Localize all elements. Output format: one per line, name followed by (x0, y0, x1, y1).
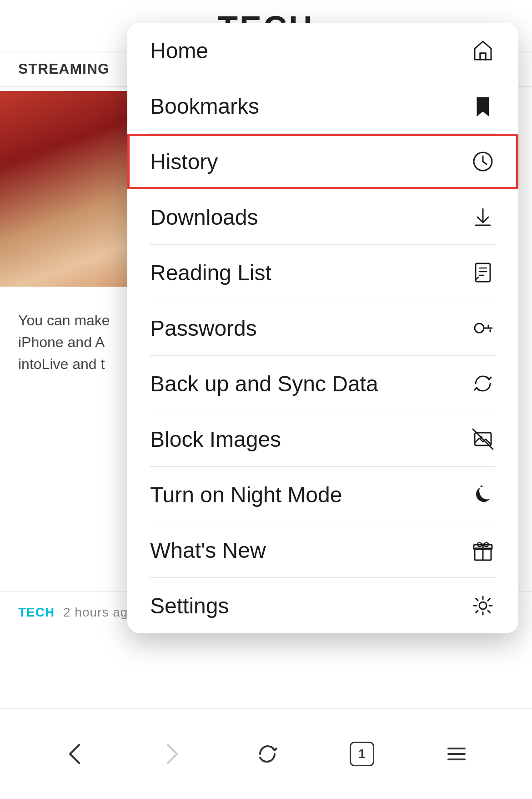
menu-night-mode-label: Turn on Night Mode (150, 482, 342, 507)
tabs-button[interactable]: 1 (350, 742, 374, 766)
menu-home-label: Home (150, 38, 208, 63)
menu-downloads-label: Downloads (150, 205, 258, 230)
home-icon (470, 38, 496, 63)
menu-item-bookmarks[interactable]: Bookmarks (127, 78, 518, 134)
bottom-toolbar: 1 (0, 708, 532, 799)
forward-button[interactable] (158, 740, 185, 768)
menu-item-night-mode[interactable]: Turn on Night Mode (127, 467, 518, 522)
svg-point-3 (475, 324, 484, 333)
menu-history-label: History (150, 149, 218, 174)
menu-whats-new-label: What's New (150, 538, 266, 563)
reading-list-icon (470, 260, 496, 285)
menu-item-sync[interactable]: Back up and Sync Data (127, 356, 518, 411)
menu-item-downloads[interactable]: Downloads (127, 189, 518, 245)
menu-item-history[interactable]: History (127, 134, 518, 189)
dropdown-menu: Home Bookmarks History Downloads (127, 23, 518, 633)
menu-block-images-label: Block Images (150, 427, 281, 452)
tab-streaming[interactable]: STREAMING (18, 51, 110, 86)
menu-item-passwords[interactable]: Passwords (127, 300, 518, 356)
block-images-icon (470, 426, 496, 452)
bookmark-icon (470, 93, 496, 119)
menu-button[interactable] (443, 740, 470, 768)
reload-button[interactable] (254, 740, 281, 768)
menu-item-home[interactable]: Home (127, 23, 518, 78)
menu-reading-list-label: Reading List (150, 260, 271, 285)
settings-icon (470, 593, 496, 618)
menu-item-reading-list[interactable]: Reading List (127, 245, 518, 300)
menu-sync-label: Back up and Sync Data (150, 371, 378, 396)
svg-point-8 (479, 602, 487, 609)
svg-rect-0 (480, 53, 486, 60)
menu-item-whats-new[interactable]: What's New (127, 522, 518, 578)
password-icon (470, 315, 496, 341)
clock-icon (470, 149, 496, 174)
gift-icon (470, 537, 496, 563)
menu-item-block-images[interactable]: Block Images (127, 411, 518, 467)
back-button[interactable] (62, 740, 89, 768)
menu-settings-label: Settings (150, 593, 229, 618)
sync-icon (470, 371, 496, 396)
menu-passwords-label: Passwords (150, 316, 257, 341)
tabs-count: 1 (358, 747, 366, 761)
svg-rect-2 (476, 263, 490, 282)
night-mode-icon (470, 482, 496, 507)
menu-item-settings[interactable]: Settings (127, 578, 518, 633)
download-icon (470, 204, 496, 230)
menu-bookmarks-label: Bookmarks (150, 94, 259, 119)
second-article-tag: TECH 2 hours ago (18, 605, 136, 623)
